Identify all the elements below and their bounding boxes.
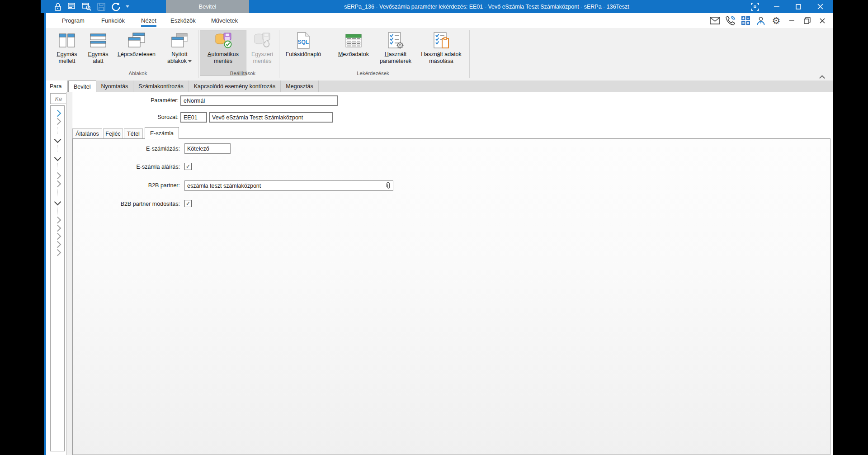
sorozat-label: Sorozat: [88, 114, 179, 120]
ribbon-button-egymas-mellett[interactable]: Egymás mellett [51, 30, 83, 76]
auto-save-icon [214, 30, 232, 51]
settings-gear-icon[interactable]: ⚙ [771, 15, 782, 26]
window-list-icon[interactable] [67, 1, 78, 12]
parameter-label: Paraméter: [88, 97, 179, 104]
window-body: Program Funkciók Nézet Eszközök Művelete… [44, 13, 833, 455]
b2b-partner-input[interactable]: eszámla teszt számlaközpont [184, 180, 393, 191]
focus-mode-icon[interactable] [750, 2, 760, 12]
maximize-button[interactable] [793, 2, 803, 12]
close-button[interactable] [815, 2, 825, 12]
doc-tab-megosztas[interactable]: Megosztás [281, 81, 318, 92]
menu-funkciok[interactable]: Funkciók [100, 13, 126, 28]
child-close-button[interactable] [817, 15, 828, 26]
titlebar-doc-tab-label: Bevitel [198, 3, 216, 10]
ribbon-separator [469, 30, 470, 78]
parameter-input[interactable]: eNormál [180, 95, 338, 106]
single-save-icon-disabled [253, 30, 271, 51]
titlebar-dropdown-icon[interactable] [126, 5, 129, 8]
sub-tab-tetel[interactable]: Tétel [124, 128, 143, 138]
tree-chevron-icon[interactable] [54, 110, 61, 117]
document-tabrow: Para Bevitel Nyomtatás Számlakontírozás … [46, 81, 833, 92]
lock-icon[interactable] [52, 1, 63, 12]
ribbon-button-label: Futásidőnapló [286, 51, 321, 58]
dotted-connector [57, 190, 58, 196]
check-icon: ✓ [186, 200, 190, 207]
menu-eszkozok[interactable]: Eszközök [170, 13, 197, 28]
refresh-icon[interactable] [110, 1, 121, 12]
svg-text:SQL: SQL [298, 39, 309, 45]
sub-tab-fejlec[interactable]: Fejléc [103, 128, 123, 138]
eszamla-alairas-checkbox[interactable]: ✓ [184, 163, 192, 170]
ribbon-group-beallitasok: Beállítások [230, 71, 255, 76]
tree-chevron-icon[interactable] [54, 225, 61, 232]
b2b-partner-modositas-label: B2B partner módosítás: [90, 201, 180, 207]
ribbon: Egymás mellett Egymás alatt Lépcsőzetese… [46, 28, 833, 81]
ribbon-button-label: Egymás alatt [84, 51, 113, 65]
save-icon[interactable] [96, 1, 107, 12]
ribbon-button-futasidonaplo[interactable]: SQL Futásidőnapló [282, 30, 325, 76]
tile-side-by-side-icon [59, 30, 75, 51]
ribbon-button-mezoadatok[interactable]: Mezőadatok [336, 30, 371, 76]
menu-muveletek[interactable]: Műveletek [210, 13, 239, 28]
window-search-icon[interactable] [81, 1, 92, 12]
dotted-connector [57, 208, 58, 214]
ribbon-button-nyitott-ablakok[interactable]: Nyitott ablakok [163, 30, 196, 76]
tree-chevron-icon[interactable] [54, 172, 61, 180]
ribbon-button-label: Lépcsőzetesen [118, 51, 156, 58]
ribbon-button-label: Egyszeri mentés [247, 51, 277, 65]
tree-chevron-icon[interactable] [54, 241, 61, 248]
titlebar-doc-tab[interactable]: Bevitel [166, 0, 249, 13]
child-minimize-button[interactable] [786, 15, 797, 26]
ke-box[interactable]: Ke [50, 93, 67, 104]
tree-chevron-icon[interactable] [54, 217, 61, 224]
dotted-connector [57, 145, 58, 152]
ribbon-button-lepcsozetesen[interactable]: Lépcsőzetesen [113, 30, 160, 76]
doc-tab-szamlakontirozas[interactable]: Számlakontírozás [133, 81, 189, 92]
tree-chevron-icon[interactable] [54, 199, 61, 206]
eszamla-alairas-label: E-számla aláírás: [90, 164, 180, 170]
phone-icon[interactable] [725, 15, 736, 26]
tree-chevron-icon[interactable] [54, 180, 61, 188]
child-restore-button[interactable] [802, 15, 812, 26]
active-menu-underline [141, 25, 156, 27]
menu-program[interactable]: Program [61, 13, 85, 28]
tree-chevron-icon[interactable] [54, 154, 61, 161]
b2b-partner-modositas-checkbox[interactable]: ✓ [184, 200, 192, 207]
b2b-partner-label: B2B partner: [90, 182, 180, 189]
menu-nezet[interactable]: Nézet [140, 13, 157, 28]
paperclip-icon[interactable] [386, 182, 391, 191]
doc-tab-bevitel[interactable]: Bevitel [68, 81, 96, 92]
eszamlazas-label: E-számlázás: [90, 146, 180, 152]
mail-icon[interactable] [709, 15, 720, 26]
user-icon[interactable] [755, 15, 766, 26]
panel-splitter[interactable] [66, 92, 72, 455]
tree-chevron-strip [50, 105, 65, 451]
menubar: Program Funkciók Nézet Eszközök Művelete… [46, 13, 833, 28]
tree-chevron-icon[interactable] [54, 233, 61, 240]
collapsed-panel-tab-para[interactable]: Para [46, 81, 68, 92]
sql-log-icon: SQL [297, 30, 310, 51]
ribbon-button-label: Használt adatok másolása [419, 51, 464, 65]
tree-chevron-icon[interactable] [54, 136, 61, 143]
ribbon-button-hasznalt-adatok-masolasa[interactable]: Használt adatok másolása [419, 30, 464, 76]
eszamlazas-input[interactable]: Kötelező [184, 143, 231, 154]
sub-tab-altalanos[interactable]: Általános [72, 128, 102, 138]
collapse-ribbon-icon[interactable] [820, 75, 825, 79]
minimize-button[interactable] [772, 2, 782, 12]
copy-used-data-icon [433, 30, 450, 51]
sorozat-name-input[interactable]: Vevő eSzámla Teszt Számlaközpont [209, 112, 333, 123]
sorozat-code-input[interactable]: EE01 [180, 112, 207, 123]
check-icon: ✓ [186, 163, 190, 170]
titlebar: Bevitel sERPa_136 - Vevőszámla paraméter… [41, 0, 833, 13]
ribbon-button-hasznalt-parameterek[interactable]: Használt paraméterek [378, 30, 413, 76]
doc-tab-kapcsolodo-esemeny-kontirozas[interactable]: Kapcsolódó esemény kontírozás [189, 81, 281, 92]
tree-chevron-icon[interactable] [54, 249, 61, 256]
ribbon-separator [279, 30, 279, 78]
calculator-icon[interactable] [740, 15, 751, 26]
used-parameters-icon [387, 30, 404, 51]
sub-tab-eszamla[interactable]: E-számla [145, 127, 179, 139]
tree-chevron-icon[interactable] [54, 118, 61, 125]
ribbon-button-egymas-alatt[interactable]: Egymás alatt [84, 30, 113, 76]
doc-tab-nyomtatas[interactable]: Nyomtatás [96, 81, 134, 92]
ribbon-button-automatikus-mentes[interactable]: Automatikus mentés [200, 30, 246, 76]
